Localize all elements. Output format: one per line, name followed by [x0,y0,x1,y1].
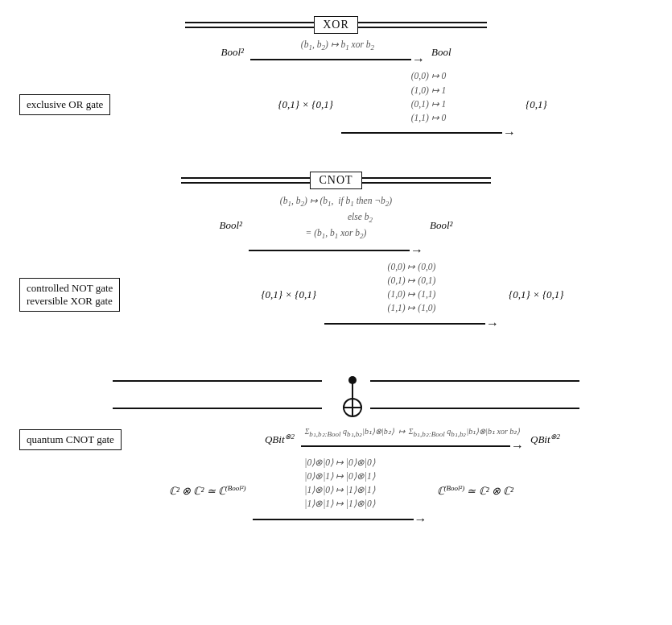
xor-label-area: exclusive OR gate [16,94,169,115]
xor-gate-box: XOR [314,16,358,34]
xor-mappings: (0,0) ↦ 0 (1,0) ↦ 1 (0,1) ↦ 1 (1,1) ↦ 0 [411,69,447,125]
quantum-circuit-area [16,366,656,422]
cnot-left-wire [181,177,310,184]
cnot-gate-label: CNOT [319,174,352,186]
cnot-gate-box: CNOT [310,172,361,189]
cnot-map-line2: else b2 [280,210,392,226]
cnot-wire-bot-left [181,182,310,184]
quantum-label-text: quantum CNOT gate [27,433,114,445]
q-top-wire-left [113,380,322,382]
q-control-dot [348,376,357,384]
cnot-section-label: controlled NOT gate reversible XOR gate [19,278,120,312]
xor-label-text: exclusive OR gate [27,98,103,110]
cnot-set-content: {0,1} × {0,1} (0,0) ↦ (0,0) (0,1) ↦ (0,1… [169,260,656,330]
xor-set-line [341,132,502,134]
xor-wire-top-left [185,22,314,23]
quantum-section: quantum CNOT gate QBit⊗2 Σb₁,b₂:Bool qb₁… [16,366,656,528]
xor-set-arrow: (0,0) ↦ 0 (1,0) ↦ 1 (0,1) ↦ 1 (1,1) ↦ 0 … [341,69,516,139]
xor-set-line-row: → [341,126,516,139]
cnot-set-line [324,323,485,325]
quantum-set-left: ℂ² ⊗ ℂ² ≃ ℂ(Bool²) [169,484,246,498]
cnot-type-arrowhead: → [410,244,423,257]
qmap-1: |0⟩⊗|1⟩ ↦ |0⟩⊗|1⟩ [304,470,374,483]
cnot-map-line3: = (b1, b1 xor b2) [280,226,392,242]
q-bot-wire-right [370,408,579,409]
quantum-set-arrow: |0⟩⊗|0⟩ ↦ |0⟩⊗|0⟩ |0⟩⊗|1⟩ ↦ |0⟩⊗|1⟩ |1⟩⊗… [253,456,427,526]
quantum-type-line [301,445,510,447]
cnot-type-arrow: (b1, b2) ↦ (b1, if b1 then ¬b2) else b2 … [249,194,423,256]
q-top-wire-right [370,380,579,382]
xor-gate-label: XOR [323,19,349,31]
quantum-type-arrowhead: → [511,440,524,453]
cnot-set-arrow: (0,0) ↦ (0,0) (0,1) ↦ (0,1) (1,0) ↦ (1,1… [324,260,499,330]
q-xor-hline [344,407,361,408]
cnot-label-line2: reversible XOR gate [27,295,113,308]
quantum-type-row: quantum CNOT gate QBit⊗2 Σb₁,b₂:Bool qb₁… [16,427,656,453]
cnot-circuit-row: CNOT [16,172,656,189]
quantum-set-mappings: |0⟩⊗|0⟩ ↦ |0⟩⊗|0⟩ |0⟩⊗|1⟩ ↦ |0⟩⊗|1⟩ |1⟩⊗… [304,456,374,511]
quantum-set-row: ℂ² ⊗ ℂ² ≃ ℂ(Bool²) |0⟩⊗|0⟩ ↦ |0⟩⊗|0⟩ |0⟩… [169,456,656,526]
xor-type-mapping: (b1, b2) ↦ b1 xor b2 [301,39,374,52]
xor-type-row: Bool² (b1, b2) ↦ b1 xor b2 → Bool [16,39,656,66]
cnot-set-line-row: → [324,317,499,330]
q-bot-wire-left [113,408,322,409]
xor-type-arrowhead: → [412,53,425,66]
qmap-0: |0⟩⊗|0⟩ ↦ |0⟩⊗|0⟩ [304,456,374,470]
cnot-wire-top-left [181,177,310,179]
xor-map-2: (0,1) ↦ 1 [411,97,447,111]
quantum-set-line-row: → [253,513,427,526]
xor-map-1: (1,0) ↦ 1 [411,84,447,97]
xor-type-line-seg [250,59,411,60]
cnot-right-wire [362,177,491,184]
cnot-smap-3: (1,1) ↦ (1,0) [388,301,436,315]
cnot-wire-bot-right [362,182,491,184]
qmap-2: |1⟩⊗|0⟩ ↦ |1⟩⊗|1⟩ [304,483,374,497]
cnot-set-right: {0,1} × {0,1} [509,288,564,301]
quantum-set-right: ℂ(Bool²) ≃ ℂ² ⊗ ℂ² [437,484,514,498]
cnot-map-line1: (b1, b2) ↦ (b1, if b1 then ¬b2) [280,194,392,210]
xor-set-row: exclusive OR gate {0,1} × {0,1} (0,0) ↦ … [16,69,656,139]
q-xor-circle [343,398,362,417]
quantum-label-area: quantum CNOT gate [16,429,169,450]
cnot-type-row: Bool² (b1, b2) ↦ (b1, if b1 then ¬b2) el… [16,194,656,256]
quantum-type-line-row: → [301,440,524,453]
cnot-type-line [249,250,410,251]
cnot-type-line-row: → [249,244,423,257]
cnot-smap-2: (1,0) ↦ (1,1) [388,288,436,301]
cnot-set-arrowhead: → [486,317,499,330]
cnot-smap-1: (0,1) ↦ (0,1) [388,274,436,288]
xor-left-wire [185,22,314,28]
cnot-wire-top-right [362,177,491,179]
xor-section: XOR Bool² (b1, b2) ↦ b1 xor b2 → Bool [16,8,656,141]
cnot-smap-0: (0,0) ↦ (0,0) [388,260,436,274]
qmap-3: |1⟩⊗|1⟩ ↦ |1⟩⊗|0⟩ [304,497,374,511]
cnot-type-mapping: (b1, b2) ↦ (b1, if b1 then ¬b2) else b2 … [280,194,392,242]
quantum-type-left: QBit⊗2 [265,433,295,446]
cnot-section: CNOT Bool² (b1, b2) ↦ (b1, if b1 then ¬b… [16,172,656,331]
cnot-label-area: controlled NOT gate reversible XOR gate [16,278,169,312]
xor-type-right: Bool [431,46,451,59]
xor-map-3: (1,1) ↦ 0 [411,111,447,125]
cnot-type-right: Bool² [430,219,452,232]
xor-set-arrowhead: → [503,126,516,139]
xor-wire-bot-right [358,27,487,28]
xor-type-arrow: (b1, b2) ↦ b1 xor b2 → [250,39,425,66]
xor-wire-top-right [358,22,487,23]
quantum-set-arrowhead: → [414,513,427,526]
quantum-type-content: QBit⊗2 Σb₁,b₂:Bool qb₁,b₂|b₁⟩⊗|b₂⟩ ↦ Σb₁… [169,427,656,453]
xor-set-content: {0,1} × {0,1} (0,0) ↦ 0 (1,0) ↦ 1 (0,1) … [169,69,656,139]
xor-circuit-row: XOR [16,16,656,34]
xor-set-right: {0,1} [526,98,547,111]
quantum-type-right: QBit⊗2 [530,433,560,446]
xor-type-line: → [250,53,425,66]
quantum-set-line [253,519,414,520]
quantum-type-arrow: Σb₁,b₂:Bool qb₁,b₂|b₁⟩⊗|b₂⟩ ↦ Σb₁,b₂:Boo… [301,427,524,453]
xor-type-left: Bool² [221,46,243,59]
cnot-set-mappings: (0,0) ↦ (0,0) (0,1) ↦ (0,1) (1,0) ↦ (1,1… [388,260,436,316]
quantum-section-label: quantum CNOT gate [19,429,122,450]
xor-right-wire [358,22,487,28]
xor-section-label: exclusive OR gate [19,94,110,115]
cnot-set-left: {0,1} × {0,1} [261,288,316,301]
cnot-type-left: Bool² [220,219,242,232]
xor-set-left: {0,1} × {0,1} [278,98,333,111]
